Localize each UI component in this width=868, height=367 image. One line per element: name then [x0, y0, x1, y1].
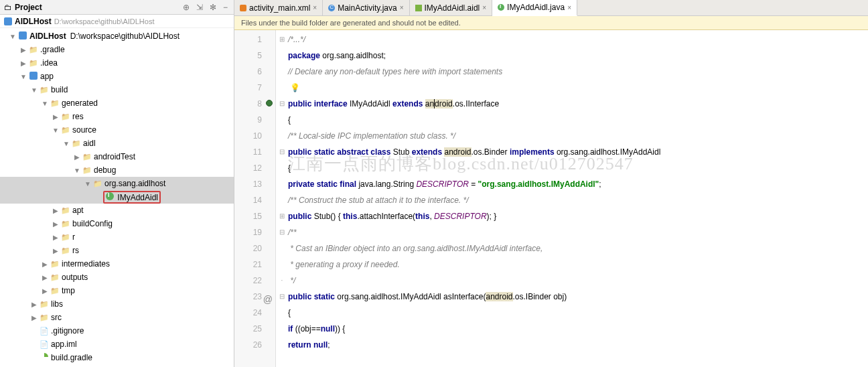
tree-item-buildgradle[interactable]: build.gradle [0, 351, 234, 364]
code-line[interactable]: public Stub() { this.attachInterface(thi… [288, 208, 868, 224]
expand-arrow-icon[interactable]: ▼ [8, 33, 17, 40]
tree-item-appiml[interactable]: app.iml [0, 338, 234, 351]
tree-item-buildconfig[interactable]: ▶buildConfig [0, 217, 234, 230]
code-line[interactable]: if ((obj==null)) { [288, 321, 868, 337]
expand-arrow-icon[interactable]: ▶ [19, 60, 28, 67]
gear-icon[interactable]: ✻ [208, 3, 218, 12]
line-number[interactable]: 6 [234, 64, 262, 80]
tree-item-debug[interactable]: ▼debug [0, 163, 234, 177]
tree-item-gitignore[interactable]: .gitignore [0, 324, 234, 338]
line-number[interactable]: 13 [234, 176, 262, 192]
line-number[interactable]: 19 [234, 224, 262, 240]
tree-item-orgsangaidlhost[interactable]: ▼org.sang.aidlhost [0, 177, 234, 190]
tree-item-app[interactable]: ▼app [0, 70, 234, 83]
line-number[interactable]: 12 [234, 160, 262, 176]
expand-arrow-icon[interactable]: ▼ [51, 127, 60, 134]
expand-arrow-icon[interactable]: ▼ [72, 167, 82, 174]
code-editor[interactable]: 1567891011121314151920212223@242526 ⊞⊟⊟⊞… [234, 30, 868, 367]
expand-arrow-icon[interactable]: ▶ [40, 274, 50, 281]
line-number[interactable]: 7 [234, 80, 262, 96]
code-line[interactable]: /** [288, 224, 868, 240]
fold-toggle-icon[interactable]: ⊞ [276, 208, 288, 224]
tree-item-build[interactable]: ▼build [0, 83, 234, 96]
code-content[interactable]: 江南一点雨的博客blog.csdn.net/u012702547 /*...*/… [288, 30, 868, 367]
expand-arrow-icon[interactable]: ▼ [19, 73, 28, 80]
tree-item-libs[interactable]: ▶libs [0, 297, 234, 311]
tree-item-src[interactable]: ▶src [0, 311, 234, 324]
line-number[interactable]: 14 [234, 192, 262, 208]
tree-item-androidtest[interactable]: ▶androidTest [0, 150, 234, 163]
expand-arrow-icon[interactable]: ▶ [19, 46, 28, 54]
tree-item-res[interactable]: ▶res [0, 110, 234, 123]
tree-item-aidlhost[interactable]: ▼AIDLHostD:\workspace\github\AIDLHost [0, 29, 234, 43]
line-number[interactable]: 15 [234, 208, 262, 224]
line-number[interactable]: 21 [234, 256, 262, 273]
expand-arrow-icon[interactable]: ▶ [51, 207, 60, 214]
fold-toggle-icon[interactable]: ⊟ [276, 224, 288, 240]
expand-arrow-icon[interactable]: ▼ [29, 86, 39, 94]
code-line[interactable]: package org.sang.aidlhost; [288, 48, 868, 64]
expand-arrow-icon[interactable]: ▶ [40, 287, 50, 295]
expand-arrow-icon[interactable]: ▶ [40, 261, 50, 268]
tab-imyaddaidljava[interactable]: IMyAddAidl.java× [492, 0, 577, 16]
tree-item-rs[interactable]: ▶rs [0, 244, 234, 257]
tab-imyaddaidlaidl[interactable]: IMyAddAidl.aidl× [410, 0, 493, 15]
line-number[interactable]: 11 [234, 144, 262, 160]
tree-item-idea[interactable]: ▶.idea [0, 56, 234, 70]
expand-arrow-icon[interactable]: ▶ [51, 220, 60, 228]
target-icon[interactable]: ⊕ [181, 3, 192, 12]
expand-arrow-icon[interactable]: ▶ [72, 153, 82, 161]
code-line[interactable]: private static final java.lang.String DE… [288, 176, 868, 192]
expand-arrow-icon[interactable]: ▶ [51, 113, 60, 121]
tree-item-generated[interactable]: ▼generated [0, 96, 234, 110]
fold-toggle-icon[interactable]: ⊟ [276, 144, 288, 160]
tree-item-outputs[interactable]: ▶outputs [0, 271, 234, 284]
code-line[interactable]: */ [288, 273, 868, 289]
line-number-gutter[interactable]: 1567891011121314151920212223@242526 [234, 30, 276, 367]
fold-toggle-icon[interactable]: ⊟ [276, 96, 288, 112]
line-number[interactable]: 23@ [234, 289, 262, 305]
line-number[interactable]: 1 [234, 31, 262, 48]
code-line[interactable]: { [288, 112, 868, 128]
code-line[interactable]: 💡 [288, 80, 868, 96]
code-line[interactable]: // Declare any non-default types here wi… [288, 64, 868, 80]
line-number[interactable]: 20 [234, 240, 262, 256]
tree-item-r[interactable]: ▶r [0, 230, 234, 244]
code-line[interactable]: public interface IMyAddAidl extends andr… [288, 96, 868, 112]
code-line[interactable]: { [288, 160, 868, 176]
tree-item-source[interactable]: ▼source [0, 123, 234, 137]
expand-arrow-icon[interactable]: ▶ [51, 234, 60, 241]
expand-arrow-icon[interactable]: ▼ [40, 100, 50, 107]
project-tree[interactable]: ▼AIDLHostD:\workspace\github\AIDLHost▶.g… [0, 28, 234, 367]
tab-mainactivityjava[interactable]: MainActivity.java× [323, 0, 409, 15]
close-icon[interactable]: × [482, 4, 486, 11]
line-number[interactable]: 24 [234, 305, 262, 321]
tree-item-aidl[interactable]: ▼aidl [0, 137, 234, 150]
expand-arrow-icon[interactable]: ▶ [51, 247, 60, 254]
tree-item-apt[interactable]: ▶apt [0, 204, 234, 217]
close-icon[interactable]: × [313, 4, 317, 11]
override-icon[interactable]: @ [263, 291, 273, 307]
line-number[interactable]: 10 [234, 128, 262, 144]
hide-icon[interactable]: − [221, 3, 230, 12]
expand-arrow-icon[interactable]: ▶ [29, 314, 39, 321]
line-number[interactable]: 25 [234, 321, 262, 337]
expand-arrow-icon[interactable]: ▶ [29, 301, 39, 308]
code-line[interactable]: * generating a proxy if needed. [288, 256, 868, 273]
fold-toggle-icon[interactable]: ⊟ [276, 289, 288, 305]
tab-activity_mainxml[interactable]: activity_main.xml× [234, 0, 323, 15]
tree-item-imyaddaidl[interactable]: IMyAddAidl [0, 190, 234, 204]
folding-gutter[interactable]: ⊞⊟⊟⊞⊟·⊟ [276, 30, 288, 367]
expand-arrow-icon[interactable]: ▼ [83, 180, 92, 188]
line-number[interactable]: 9 [234, 112, 262, 128]
close-icon[interactable]: × [567, 4, 571, 11]
tree-item-tmp[interactable]: ▶tmp [0, 284, 234, 297]
line-number[interactable]: 22 [234, 273, 262, 289]
code-line[interactable]: /** Local-side IPC implementation stub c… [288, 128, 868, 144]
fold-toggle-icon[interactable]: · [276, 273, 288, 289]
line-number[interactable]: 5 [234, 48, 262, 64]
code-line[interactable]: /** Construct the stub at attach it to t… [288, 192, 868, 208]
code-line[interactable]: * Cast an IBinder object into an org.san… [288, 240, 868, 256]
code-line[interactable]: public static org.sang.aidlhost.IMyAddAi… [288, 289, 868, 305]
line-number[interactable]: 26 [234, 337, 262, 353]
